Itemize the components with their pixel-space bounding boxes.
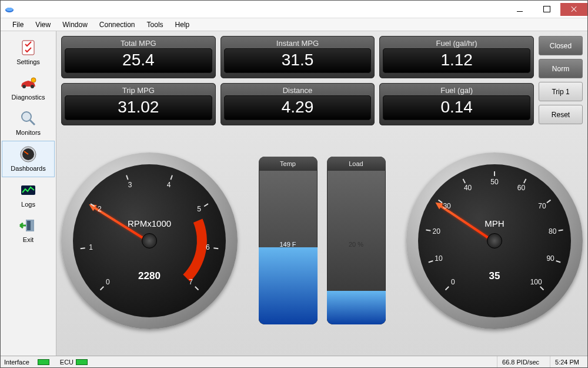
bar-label: Temp bbox=[259, 157, 318, 171]
tile-value: 31.5 bbox=[224, 48, 372, 73]
status-interface-label: Interface bbox=[4, 359, 29, 366]
interface-led-icon bbox=[38, 359, 49, 365]
menubar: File View Window Connection Tools Help bbox=[1, 18, 587, 31]
sidebar-item-label: Dashboards bbox=[11, 165, 45, 172]
settings-icon bbox=[19, 38, 38, 57]
sidebar-item-exit[interactable]: Exit bbox=[1, 213, 56, 248]
sidebar-item-label: Diagnostics bbox=[12, 94, 45, 101]
car-diagnostics-icon bbox=[19, 74, 38, 92]
tile-fuel-rate: Fuel (gal/hr) 1.12 bbox=[379, 36, 534, 78]
exit-icon bbox=[19, 216, 38, 235]
tile-value: 0.14 bbox=[383, 95, 530, 120]
svg-line-32 bbox=[540, 286, 544, 290]
svg-line-21 bbox=[195, 286, 199, 290]
tile-trip-mpg: Trip MPG 31.02 bbox=[61, 83, 216, 125]
menu-window[interactable]: Window bbox=[56, 19, 93, 30]
tile-value: 4.29 bbox=[224, 95, 372, 120]
bar-label: Load bbox=[327, 157, 386, 171]
svg-point-6 bbox=[22, 112, 31, 121]
sidebar-item-monitors[interactable]: Monitors bbox=[1, 105, 56, 141]
bar-fill bbox=[327, 291, 386, 324]
svg-line-7 bbox=[30, 120, 35, 125]
sidebar: Settings Diagnostics Monitors Dashboards… bbox=[1, 31, 56, 356]
loop-status-button[interactable]: Closed bbox=[539, 36, 583, 55]
window-close-button[interactable] bbox=[560, 3, 587, 16]
mode-button[interactable]: Norm bbox=[539, 59, 583, 78]
logs-icon bbox=[19, 181, 38, 200]
dashboard-content: Total MPG 25.4 Instant MPG 31.5 Fuel (ga… bbox=[56, 31, 587, 356]
gauge-mph: MPH 35 0102030405060708090100 bbox=[406, 152, 583, 329]
sidebar-item-label: Logs bbox=[21, 201, 35, 208]
monitors-icon bbox=[19, 109, 38, 128]
status-ecu-label: ECU bbox=[60, 359, 74, 366]
bar-temp: Temp 149 F bbox=[259, 157, 318, 324]
sidebar-item-label: Settings bbox=[16, 58, 40, 65]
svg-point-3 bbox=[22, 85, 26, 88]
tile-value: 25.4 bbox=[65, 48, 212, 73]
bar-load: Load 20 % bbox=[327, 157, 386, 324]
ecu-led-icon bbox=[76, 359, 88, 365]
menu-tools[interactable]: Tools bbox=[141, 19, 169, 30]
tile-value: 1.12 bbox=[383, 48, 530, 73]
sidebar-item-logs[interactable]: Logs bbox=[1, 177, 56, 213]
menu-view[interactable]: View bbox=[29, 19, 56, 30]
gauge-rpm: RPMx1000 2280 01234567 bbox=[61, 152, 238, 329]
svg-rect-2 bbox=[22, 41, 34, 55]
tile-fuel-used: Fuel (gal) 0.14 bbox=[379, 83, 534, 125]
metric-tiles: Total MPG 25.4 Instant MPG 31.5 Fuel (ga… bbox=[61, 36, 534, 125]
dashboards-icon bbox=[19, 145, 38, 164]
tile-value: 31.02 bbox=[65, 95, 212, 120]
svg-rect-13 bbox=[27, 221, 31, 230]
tile-distance: Distance 4.29 bbox=[220, 83, 375, 125]
bar-value: 149 F bbox=[259, 241, 318, 248]
tile-label: Instant MPG bbox=[220, 38, 375, 48]
svg-point-5 bbox=[31, 78, 36, 82]
window-minimize-button[interactable] bbox=[506, 3, 533, 16]
sidebar-item-settings[interactable]: Settings bbox=[1, 35, 56, 70]
sidebar-item-diagnostics[interactable]: Diagnostics bbox=[1, 70, 56, 105]
menu-connection[interactable]: Connection bbox=[93, 19, 141, 30]
tile-label: Fuel (gal) bbox=[379, 85, 534, 95]
svg-point-1 bbox=[6, 8, 13, 11]
bar-value: 20 % bbox=[327, 241, 386, 248]
menu-help[interactable]: Help bbox=[169, 19, 196, 30]
trip-reset-button[interactable]: Reset bbox=[539, 105, 583, 124]
tile-label: Fuel (gal/hr) bbox=[379, 38, 534, 48]
app-icon bbox=[5, 4, 14, 14]
trip-select-button[interactable]: Trip 1 bbox=[539, 82, 583, 101]
tile-label: Total MPG bbox=[61, 38, 216, 48]
trip-controls: Closed Norm Trip 1 Reset bbox=[539, 36, 583, 125]
bar-fill bbox=[259, 247, 318, 324]
tile-label: Trip MPG bbox=[61, 85, 216, 95]
tile-total-mpg: Total MPG 25.4 bbox=[61, 36, 216, 78]
sidebar-item-label: Monitors bbox=[16, 129, 41, 136]
sidebar-item-dashboards[interactable]: Dashboards bbox=[2, 141, 55, 177]
sidebar-item-label: Exit bbox=[23, 236, 34, 243]
menu-file[interactable]: File bbox=[6, 19, 29, 30]
status-clock: 5:24 PM bbox=[550, 356, 584, 367]
window-maximize-button[interactable] bbox=[533, 3, 560, 16]
status-pid-rate: 66.8 PID/sec bbox=[497, 356, 544, 367]
svg-point-4 bbox=[31, 85, 34, 88]
tile-instant-mpg: Instant MPG 31.5 bbox=[220, 36, 375, 78]
center-bars: Temp 149 F Load 20 % bbox=[259, 157, 386, 324]
titlebar bbox=[1, 1, 587, 18]
statusbar: Interface ECU 66.8 PID/sec 5:24 PM bbox=[1, 356, 587, 367]
tile-label: Distance bbox=[220, 85, 375, 95]
